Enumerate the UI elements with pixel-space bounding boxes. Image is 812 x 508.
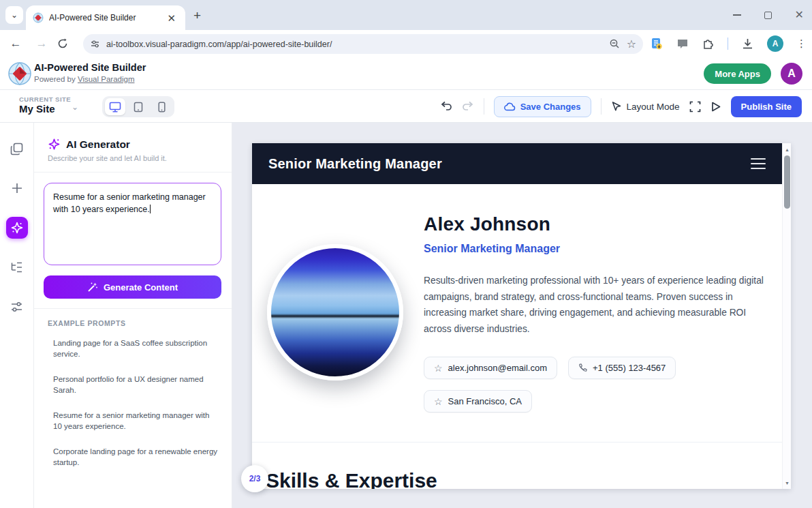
ai-panel-subtitle: Describe your site and let AI build it.	[48, 154, 218, 162]
new-tab-icon[interactable]: +	[193, 8, 201, 23]
tab-search-icon[interactable]: ⌄	[5, 6, 23, 24]
ai-generator-icon[interactable]	[6, 217, 28, 239]
zoom-out-icon[interactable]	[609, 38, 621, 50]
scroll-up-icon[interactable]: ▲	[783, 145, 791, 154]
address-bar[interactable]: ai-toolbox.visual-paradigm.com/app/ai-po…	[83, 34, 643, 54]
site-settings-icon[interactable]	[90, 39, 100, 49]
settings-sliders-icon[interactable]	[6, 296, 28, 318]
phone-icon	[578, 363, 587, 372]
text-caret	[150, 205, 151, 213]
device-desktop-button[interactable]	[105, 98, 125, 115]
undo-icon[interactable]	[440, 101, 452, 112]
reading-list-icon[interactable]	[650, 37, 663, 50]
example-prompt[interactable]: Resume for a senior marketing manager wi…	[53, 410, 219, 432]
redo-icon[interactable]	[462, 101, 474, 112]
scroll-down-icon[interactable]: ▼	[783, 478, 791, 488]
device-phone-button[interactable]	[151, 98, 172, 115]
example-prompts-heading: EXAMPLE PROMPTS	[48, 319, 219, 327]
reload-icon[interactable]	[57, 38, 78, 49]
device-switcher	[102, 96, 174, 117]
generate-content-button[interactable]: Generate Content	[44, 275, 221, 299]
pages-icon[interactable]	[6, 138, 28, 160]
publish-site-button[interactable]: Publish Site	[731, 96, 802, 117]
tab-title: AI-Powered Site Builder	[49, 13, 159, 23]
page-progress-badge: 2/3	[241, 465, 268, 492]
tab-favicon	[33, 12, 44, 23]
url-text[interactable]: ai-toolbox.visual-paradigm.com/app/ai-po…	[106, 40, 603, 49]
site-toolbar: CURRENT SITE My Site ⌄ Save Changes Layo…	[0, 90, 812, 123]
back-icon[interactable]: ←	[5, 37, 26, 50]
current-site-label: CURRENT SITE	[19, 95, 71, 103]
toolbar-divider	[728, 38, 728, 50]
browser-menu-icon[interactable]: ⋮	[796, 38, 807, 50]
toolbar-separator	[601, 98, 602, 115]
prompt-input[interactable]: Resume for a senior marketing manager wi…	[44, 183, 221, 265]
person-summary: Results-driven marketing professional wi…	[424, 273, 770, 337]
contact-chip-location[interactable]: ☆ San Francisco, CA	[424, 390, 532, 413]
left-icon-rail	[0, 123, 34, 508]
layout-mode-button[interactable]: Layout Mode	[611, 101, 680, 112]
cloud-icon	[504, 102, 516, 111]
preview-site-title: Senior Marketing Manager	[268, 156, 751, 172]
comment-icon[interactable]	[676, 38, 689, 50]
magic-wand-icon	[87, 282, 98, 293]
toolbar-separator	[484, 98, 484, 115]
sparkle-icon	[48, 138, 61, 151]
star-icon: ☆	[434, 363, 443, 374]
visual-paradigm-logo	[7, 61, 33, 87]
profile-photo	[267, 244, 403, 380]
star-icon: ☆	[434, 396, 443, 407]
save-changes-button[interactable]: Save Changes	[494, 96, 591, 117]
preview-site-navbar: Senior Marketing Manager	[252, 143, 782, 184]
ai-generator-panel: AI Generator Describe your site and let …	[34, 123, 232, 508]
window-maximize-icon[interactable]	[764, 12, 772, 19]
browser-titlebar: ⌄ AI-Powered Site Builder ✕ + ✕	[0, 0, 812, 30]
downloads-icon[interactable]	[741, 38, 754, 50]
device-tablet-button[interactable]	[128, 98, 149, 115]
skills-section-heading: Skills & Expertise	[266, 469, 437, 489]
browser-toolbar: ← → ai-toolbox.visual-paradigm.com/app/a…	[0, 30, 812, 57]
window-close-icon[interactable]: ✕	[795, 10, 804, 20]
forward-icon[interactable]: →	[31, 37, 52, 50]
site-name: My Site	[19, 103, 55, 115]
browser-tab[interactable]: AI-Powered Site Builder ✕	[26, 5, 185, 30]
extensions-icon[interactable]	[702, 38, 715, 50]
preview-play-icon[interactable]	[710, 101, 721, 113]
site-preview: Senior Marketing Manager Alex Johnson Se…	[252, 143, 791, 489]
app-header: AI-Powered Site Builder Powered by Visua…	[0, 57, 812, 90]
preview-scrollbar[interactable]: ▲ ▼	[782, 143, 791, 489]
hamburger-menu-icon[interactable]	[751, 158, 766, 169]
cursor-icon	[611, 101, 622, 112]
window-minimize-icon[interactable]	[733, 14, 741, 16]
tab-close-icon[interactable]: ✕	[164, 12, 178, 25]
person-role: Senior Marketing Manager	[424, 243, 560, 255]
contact-chip-email[interactable]: ☆ alex.johnson@email.com	[424, 357, 557, 379]
browser-profile-avatar[interactable]: A	[767, 35, 783, 52]
example-prompt[interactable]: Personal portfolio for a UX designer nam…	[53, 374, 219, 395]
preview-canvas: Senior Marketing Manager Alex Johnson Se…	[232, 123, 812, 508]
fullscreen-icon[interactable]	[689, 101, 701, 113]
person-name: Alex Johnson	[424, 213, 550, 235]
ai-panel-title: AI Generator	[66, 138, 130, 151]
powered-by: Powered by Visual Paradigm	[34, 75, 134, 83]
add-section-icon[interactable]	[6, 177, 28, 199]
account-avatar[interactable]: A	[781, 63, 802, 85]
panel-divider	[34, 308, 232, 309]
section-divider	[252, 442, 782, 443]
scrollbar-thumb[interactable]	[784, 155, 790, 209]
visual-paradigm-link[interactable]: Visual Paradigm	[78, 75, 135, 83]
site-structure-icon[interactable]	[6, 256, 28, 278]
example-prompt[interactable]: Landing page for a SaaS coffee subscript…	[53, 338, 219, 359]
app-title: AI-Powered Site Builder	[34, 62, 146, 73]
more-apps-button[interactable]: More Apps	[704, 63, 771, 84]
site-switcher-chevron-icon[interactable]: ⌄	[72, 102, 78, 112]
contact-chip-phone[interactable]: +1 (555) 123-4567	[568, 357, 676, 379]
example-prompt[interactable]: Corporate landing page for a renewable e…	[53, 447, 219, 468]
bookmark-star-icon[interactable]: ☆	[627, 38, 636, 50]
